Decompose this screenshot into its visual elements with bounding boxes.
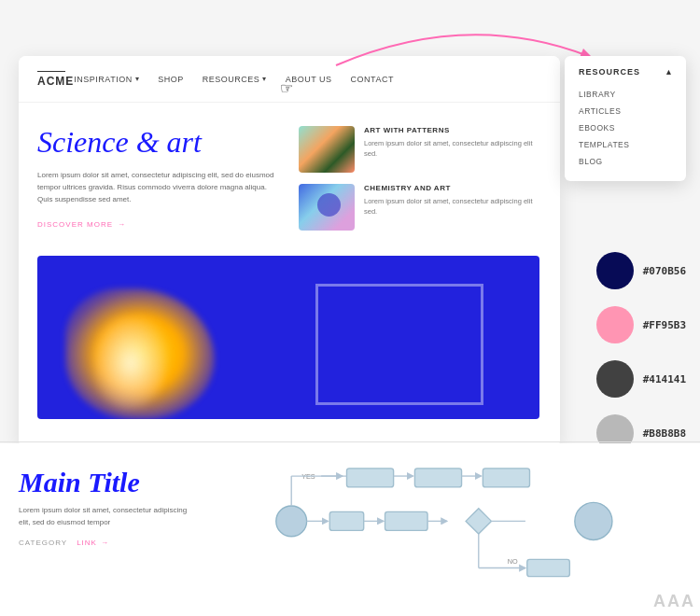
article-thumb-1 <box>299 126 355 173</box>
svg-point-7 <box>276 506 307 537</box>
main-title: Main Title <box>19 467 196 497</box>
main-description: Lorem ipsum dolor sit amet, consectetur … <box>19 505 196 529</box>
svg-rect-2 <box>346 469 393 487</box>
hero-description: Lorem ipsum dolor sit amet, consectetur … <box>37 170 280 205</box>
dropdown-header: RESOURCES ▴ <box>579 67 672 77</box>
chevron-down-icon: ▾ <box>262 75 267 83</box>
right-content: ART WITH PATTERNS Lorem ipsum dolor sit … <box>299 126 541 242</box>
hero-image <box>37 256 539 419</box>
color-swatches: #070B56 #FF95B3 #414141 #B8B8B8 <box>596 252 686 469</box>
nav-links: INSPIRATION ▾ SHOP RESOURCES ▾ ABOUT US … <box>74 75 394 84</box>
swatch-pink <box>596 306 634 343</box>
svg-rect-20 <box>527 559 570 576</box>
swatch-dark-blue <box>596 252 634 289</box>
logo-line <box>37 71 65 72</box>
tag-category: CATEGORY <box>19 539 67 547</box>
nav-resources[interactable]: RESOURCES ▾ <box>203 75 267 84</box>
swatch-row-3: #414141 <box>596 360 686 398</box>
dropdown-templates[interactable]: TEMPLATES <box>579 136 672 153</box>
arrow-right-icon: → <box>101 539 109 547</box>
nav-shop[interactable]: SHOP <box>158 75 184 84</box>
article-card-2: CHEMISTRY AND ART Lorem ipsum dolor sit … <box>299 184 541 231</box>
svg-rect-6 <box>483 469 529 487</box>
content-area: Science & art Lorem ipsum dolor sit amet… <box>19 103 560 256</box>
hero-title: Science & art <box>37 126 280 159</box>
website-card: ACME INSPIRATION ▾ SHOP RESOURCES ▾ ABOU… <box>19 56 560 448</box>
article-info-2: CHEMISTRY AND ART Lorem ipsum dolor sit … <box>364 184 541 217</box>
svg-marker-13 <box>466 509 491 534</box>
flowchart-svg: YES <box>224 457 691 602</box>
dropdown-blog[interactable]: BLOG <box>579 153 672 170</box>
swatch-dark-gray <box>596 360 634 398</box>
frame-rect <box>315 284 483 405</box>
logo-wrapper: ACME <box>37 71 74 88</box>
dropdown-articles[interactable]: ARTICLES <box>579 103 672 119</box>
nav-contact[interactable]: CONTACT <box>351 75 394 84</box>
watermark: AAA <box>653 592 695 611</box>
chevron-up-icon: ▴ <box>666 67 672 77</box>
cursor-icon: ☞ <box>280 79 293 97</box>
swatch-row-2: #FF95B3 <box>596 306 686 343</box>
article-card-1: ART WITH PATTERNS Lorem ipsum dolor sit … <box>299 126 541 173</box>
tag-link[interactable]: LINK → <box>77 539 109 547</box>
logo: ACME <box>37 75 74 88</box>
flowchart-container: YES <box>224 457 691 602</box>
svg-rect-9 <box>329 511 363 530</box>
bottom-section: Main Title Lorem ipsum dolor sit amet, c… <box>0 443 700 616</box>
arrow-right-icon: → <box>118 220 126 229</box>
dropdown-ebooks[interactable]: EBOOKS <box>579 119 672 136</box>
svg-point-17 <box>575 502 612 539</box>
article-thumb-2 <box>299 184 355 231</box>
svg-rect-11 <box>385 511 428 530</box>
flowchart-area: YES <box>215 443 700 616</box>
left-content: Science & art Lorem ipsum dolor sit amet… <box>37 126 280 242</box>
thumb-circle <box>317 193 341 217</box>
chevron-down-icon: ▾ <box>135 75 140 83</box>
bottom-tags: CATEGORY LINK → <box>19 539 196 547</box>
resources-dropdown: RESOURCES ▴ LIBRARY ARTICLES EBOOKS TEMP… <box>565 56 686 181</box>
dropdown-library[interactable]: LIBRARY <box>579 86 672 103</box>
no-label: NO <box>508 557 518 566</box>
separator-line <box>0 441 700 442</box>
swatch-row-1: #070B56 <box>596 252 686 289</box>
bottom-left: Main Title Lorem ipsum dolor sit amet, c… <box>0 443 215 616</box>
article-info-1: ART WITH PATTERNS Lorem ipsum dolor sit … <box>364 126 541 160</box>
discover-link[interactable]: DISCOVER MORE → <box>37 220 280 229</box>
svg-rect-4 <box>414 469 461 487</box>
nav-inspiration[interactable]: INSPIRATION ▾ <box>74 75 139 84</box>
